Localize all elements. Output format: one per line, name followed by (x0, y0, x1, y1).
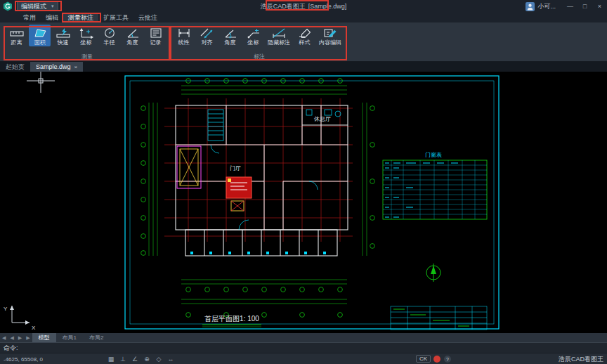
tool-label: 半径 (104, 39, 115, 46)
selected-room-highlight[interactable] (226, 177, 252, 198)
doc-tab-sample-dwg[interactable]: Sample.dwg × (30, 62, 83, 72)
ucs-icon (10, 306, 30, 325)
statusbar-brand: 浩辰CAD看图王 (559, 353, 603, 364)
grid-toggle-icon[interactable]: ▦ (107, 356, 115, 363)
nav-first-icon[interactable]: ◀ (0, 333, 8, 342)
tool-label: 样式 (299, 39, 311, 46)
schedule-table (383, 160, 487, 219)
nav-prev-icon[interactable]: ◀ (8, 333, 15, 342)
user-avatar[interactable] (526, 2, 535, 11)
room-label-lounge: 休息厅 (314, 116, 331, 122)
polar-toggle-icon[interactable]: ∠ (131, 356, 139, 363)
dim-style-icon (297, 26, 313, 39)
aligned-dim-button[interactable]: 对齐 (196, 25, 218, 46)
mode-dropdown[interactable]: 编辑模式 ▾ (17, 1, 58, 11)
angle-dim-button[interactable]: 角度 (219, 25, 241, 46)
ribbon-group-annotate: 线性 对齐 角度 (173, 25, 346, 61)
tab-close-icon[interactable]: × (74, 64, 78, 70)
nav-next-icon[interactable]: ▶ (16, 333, 24, 342)
ribbon-group-separator (169, 27, 170, 57)
tab-common[interactable]: 常用 (18, 13, 41, 22)
minimize-button[interactable]: — (563, 0, 577, 13)
tool-label: 面积 (34, 39, 46, 46)
chevron-down-icon: ▾ (51, 4, 54, 9)
tab-cloud-annotate[interactable]: 云批注 (133, 13, 162, 22)
caption-underline (202, 325, 261, 327)
nav-last-icon[interactable]: ▶ (24, 333, 32, 342)
tool-label: 坐标 (81, 39, 92, 46)
app-window: 编辑模式 ▾ 浩辰CAD看图王[Sample.dwg] 小可... — □ × … (0, 0, 607, 364)
content-edit-icon (322, 26, 338, 39)
command-prompt: 命令: (4, 344, 18, 353)
close-button[interactable]: × (592, 0, 607, 13)
ortho-toggle-icon[interactable]: ⊥ (119, 356, 127, 363)
tool-label: 内容编辑 (319, 39, 341, 46)
status-bar: -4625, 65508, 0 ▦ ⊥ ∠ ⊕ ◇ ↔ CK ? 浩辰CAD看图… (0, 353, 607, 364)
title-block (391, 306, 487, 330)
angle-dim-icon (223, 26, 238, 39)
doc-tab-start-page[interactable]: 起始页 (0, 62, 30, 72)
layout-tab-model[interactable]: 模型 (32, 333, 56, 342)
title-bar: 编辑模式 ▾ 浩辰CAD看图王[Sample.dwg] 小可... — □ × (0, 0, 607, 13)
drawing-canvas[interactable]: Y X (0, 72, 607, 333)
otrack-toggle-icon[interactable]: ◇ (155, 356, 163, 363)
cad-drawing: Y X (0, 72, 607, 333)
layout-tab-layout1[interactable]: 布局1 (56, 333, 83, 342)
record-icon (148, 26, 164, 39)
column-squares (190, 252, 326, 254)
doc-tab-label: Sample.dwg (36, 63, 71, 70)
brand-badge-icon[interactable] (433, 356, 440, 363)
dimension-lines (149, 86, 367, 304)
coordinate-icon (79, 26, 94, 39)
quick-measure-tool-button[interactable]: 快速 (52, 25, 74, 46)
layout-tab-layout2[interactable]: 布局2 (83, 333, 110, 342)
angle-tool-button[interactable]: 角度 (122, 25, 143, 46)
aligned-dim-icon (200, 26, 215, 39)
cursor-coordinates: -4625, 65508, 0 (4, 353, 43, 364)
tool-label: 线性 (178, 39, 190, 46)
distance-tool-button[interactable]: 距离 (6, 25, 27, 46)
ucs-y-label: Y (4, 306, 8, 312)
room-label-hall: 门厅 (230, 165, 241, 171)
linear-dim-icon (176, 26, 192, 39)
linear-dim-button[interactable]: 线性 (173, 25, 195, 46)
area-tool-button[interactable]: 面积 (29, 25, 51, 46)
crosshair-cursor (27, 72, 55, 93)
hide-dim-button[interactable]: 隐藏标注 (266, 25, 292, 46)
coordinate-tool-button[interactable]: 坐标 (75, 25, 97, 46)
tool-label: 角度 (225, 39, 236, 46)
help-icon[interactable]: ? (444, 356, 451, 363)
radius-tool-button[interactable]: 半径 (98, 25, 120, 46)
distance-icon (9, 26, 25, 39)
tab-measure-annotate[interactable]: 测量标注 (63, 13, 98, 22)
coord-dim-button[interactable]: 坐标 (242, 25, 264, 46)
document-tab-bar: 起始页 Sample.dwg × (0, 62, 607, 72)
window-title-doc: [Sample.dwg] (307, 3, 348, 10)
record-tool-button[interactable]: 记录 (145, 25, 167, 46)
dyn-toggle-icon[interactable]: ↔ (167, 356, 175, 363)
tab-extended-tools[interactable]: 扩展工具 (98, 13, 133, 22)
tool-label: 隐藏标注 (268, 39, 290, 46)
tool-label: 距离 (11, 39, 22, 46)
user-name[interactable]: 小可... (537, 2, 556, 11)
tab-edit[interactable]: 编辑 (41, 13, 63, 22)
doc-tab-label: 起始页 (6, 63, 25, 72)
hide-dim-icon (271, 26, 287, 39)
content-edit-button[interactable]: 内容编辑 (317, 25, 344, 46)
ribbon-group-measure: 距离 面积 快速 (6, 25, 169, 61)
area-icon (32, 26, 48, 39)
coord-dim-icon (246, 26, 261, 39)
mode-label: 编辑模式 (21, 2, 46, 11)
osnap-toggle-icon[interactable]: ⊕ (143, 356, 151, 363)
dim-style-button[interactable]: 样式 (294, 25, 315, 46)
app-logo-icon (3, 1, 13, 11)
radius-icon (102, 26, 117, 39)
tool-label: 坐标 (248, 39, 259, 46)
yellow-highlight (180, 149, 198, 186)
ck-button[interactable]: CK (416, 355, 431, 363)
tool-label: 记录 (150, 39, 162, 46)
schedule-table-title: 门窗表 (425, 152, 442, 158)
command-line[interactable]: 命令: (0, 342, 607, 353)
angle-icon (125, 26, 141, 39)
maximize-button[interactable]: □ (577, 0, 592, 13)
